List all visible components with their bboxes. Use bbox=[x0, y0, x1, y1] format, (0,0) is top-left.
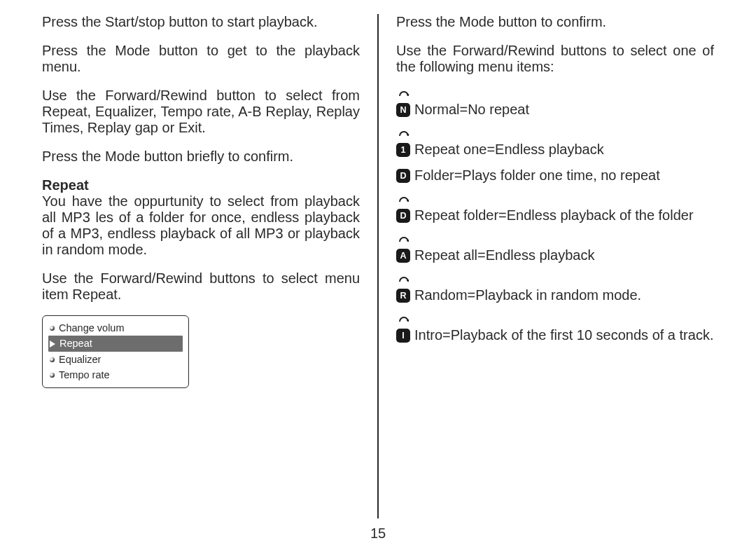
menu-item-change-volum: Change volum bbox=[48, 320, 183, 336]
menu-item-label: Equalizer bbox=[59, 352, 101, 367]
paragraph: You have the oppurtunity to select from … bbox=[42, 193, 360, 258]
mode-description: Random=Playback in random mode. bbox=[414, 287, 714, 303]
menu-item-label: Tempo rate bbox=[59, 367, 110, 383]
repeat-mode-item: DRepeat folder=Endless playback of the f… bbox=[396, 193, 714, 224]
menu-item-repeat: Repeat bbox=[48, 336, 183, 351]
bullet-icon bbox=[50, 373, 55, 378]
paragraph: Press the Mode button to get to the play… bbox=[42, 43, 360, 75]
menu-item-equalizer: Equalizer bbox=[48, 352, 183, 367]
menu-item-label: Repeat bbox=[59, 336, 92, 351]
bullet-icon bbox=[50, 326, 55, 331]
repeat-heading: Repeat bbox=[42, 177, 360, 193]
repeat-arc-icon bbox=[398, 313, 410, 326]
mode-badge: N bbox=[396, 103, 410, 117]
paragraph: Use the Forward/Rewind buttons to select… bbox=[396, 43, 714, 75]
paragraph: Use the Forward/Rewind button to select … bbox=[42, 88, 360, 136]
left-column: Press the Start/stop button to start pla… bbox=[42, 14, 377, 518]
mode-badge: I bbox=[396, 329, 410, 343]
mode-description: Intro=Playback of the first 10 seconds o… bbox=[414, 327, 714, 343]
repeat-arc-icon bbox=[398, 233, 410, 246]
repeat-mode-item: 1Repeat one=Endless playback bbox=[396, 128, 714, 158]
mode-description: Repeat all=Endless playback bbox=[414, 247, 714, 263]
menu-item-tempo-rate: Tempo rate bbox=[48, 367, 183, 383]
repeat-mode-item: IIntro=Playback of the first 10 seconds … bbox=[396, 313, 714, 343]
paragraph: Press the Mode button to confirm. bbox=[396, 14, 714, 30]
mode-description: Repeat one=Endless playback bbox=[414, 142, 714, 158]
repeat-arc-icon bbox=[398, 273, 410, 286]
repeat-arc-icon bbox=[398, 88, 410, 100]
bullet-icon bbox=[50, 357, 55, 362]
repeat-mode-item: NNormal=No repeat bbox=[396, 88, 714, 118]
arrow-right-icon bbox=[50, 341, 55, 348]
mode-badge: A bbox=[396, 249, 410, 263]
mode-description: Repeat folder=Endless playback of the fo… bbox=[414, 207, 714, 224]
repeat-mode-item: DFolder=Plays folder one time, no repeat bbox=[396, 167, 714, 184]
menu-item-label: Change volum bbox=[59, 320, 125, 336]
paragraph: Use the Forward/Rewind buttons to select… bbox=[42, 270, 360, 303]
repeat-mode-item: RRandom=Playback in random mode. bbox=[396, 273, 714, 303]
mode-badge: D bbox=[396, 209, 410, 223]
repeat-arc-icon bbox=[398, 128, 410, 140]
mode-description: Folder=Plays folder one time, no repeat bbox=[414, 167, 714, 184]
repeat-arc-icon bbox=[398, 193, 410, 206]
right-column: Press the Mode button to confirm. Use th… bbox=[379, 14, 714, 518]
paragraph: Press the Start/stop button to start pla… bbox=[42, 14, 360, 30]
menu-box: Change volum Repeat Equalizer Tempo rate bbox=[42, 315, 189, 388]
page-number: 15 bbox=[0, 525, 756, 542]
mode-badge: R bbox=[396, 289, 410, 303]
mode-badge: D bbox=[396, 169, 410, 183]
paragraph: Press the Mode button briefly to confirm… bbox=[42, 149, 360, 165]
repeat-mode-item: ARepeat all=Endless playback bbox=[396, 233, 714, 263]
mode-description: Normal=No repeat bbox=[414, 102, 714, 118]
mode-badge: 1 bbox=[396, 143, 410, 157]
